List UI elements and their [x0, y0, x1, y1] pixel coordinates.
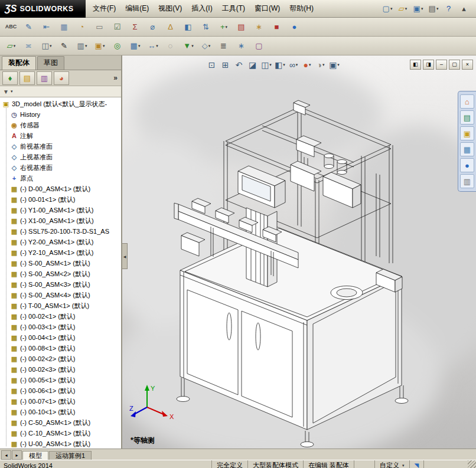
assembly-features-icon[interactable]: ▼ ▾ — [180, 38, 197, 54]
new-document-icon[interactable]: ▢ ▾ — [380, 1, 395, 17]
mass-properties-icon[interactable]: Δ — [162, 19, 179, 35]
tree-item[interactable]: ◇ 前视基准面 — [0, 141, 121, 152]
minimize-window-button[interactable]: – — [436, 60, 447, 70]
design-library-icon[interactable]: ▤ — [460, 110, 474, 125]
status-solidworks-icon[interactable]: ◥ — [409, 460, 424, 468]
tree-item[interactable]: ▦ (-) Y1-00_ASM<1> (默认) — [0, 205, 121, 215]
tab-model[interactable]: 模型 — [22, 451, 48, 460]
tab-sketch[interactable]: 草图 — [37, 56, 64, 70]
help-icon[interactable]: ? — [442, 1, 456, 17]
print-icon[interactable]: ▤ ▾ — [426, 1, 441, 17]
menu-item[interactable]: 帮助(H) — [285, 2, 318, 15]
tree-item[interactable]: ▦ (-) D-00_ASM<1> (默认) — [0, 184, 121, 194]
measure-icon[interactable]: ⌀ — [145, 19, 161, 35]
explode-lines-icon[interactable]: ∗ — [251, 19, 268, 35]
design-table-icon[interactable]: ▤ — [233, 19, 250, 35]
zoom-area-icon[interactable]: ⊞ — [220, 59, 232, 71]
show-hidden-icon[interactable]: ◌ — [162, 38, 179, 54]
snapshot-icon[interactable]: ▢ — [251, 38, 268, 54]
earth-icon[interactable]: ● — [286, 19, 303, 35]
hide-show-items-icon[interactable]: ∞ ▾ — [288, 59, 299, 71]
pane-left-button[interactable]: ◧ — [410, 60, 421, 70]
panel-overflow-chevron[interactable]: » — [113, 74, 119, 82]
display-style-icon[interactable]: ◧ ▾ — [274, 59, 286, 71]
verify-icon[interactable]: ☑ — [109, 19, 126, 35]
spell-check-icon[interactable]: ABC — [3, 19, 19, 35]
menu-item[interactable]: 窗口(W) — [250, 2, 285, 15]
section-view-icon[interactable]: ◪ — [247, 59, 259, 71]
tree-item[interactable]: ▦ (-) Y2-10_ASM<1> (默认) — [0, 247, 121, 258]
panel-collapse-handle[interactable]: ◀ — [122, 243, 128, 269]
tree-item[interactable]: ▦ (-) 00-02<3> (默认) — [0, 364, 121, 375]
view-orientation-icon[interactable]: ◫ ▾ — [260, 59, 272, 71]
displaymanager-tab[interactable]: ◕ — [54, 71, 69, 85]
edit-appearance-icon[interactable]: ● ▾ — [301, 59, 313, 71]
columns-icon[interactable]: ▥ ▾ — [74, 38, 90, 54]
grid-system-icon[interactable]: ▦ — [56, 19, 73, 35]
scroll-tabs-left-button[interactable]: ◂ — [1, 450, 11, 460]
tab-assembly[interactable]: 装配体 — [2, 56, 36, 70]
zoom-fit-icon[interactable]: ⊡ — [206, 59, 218, 71]
exploded-view-icon[interactable]: ∗ — [233, 38, 250, 54]
tree-item[interactable]: ▦ (-) S-00_ASM<3> (默认) — [0, 279, 121, 290]
tree-item[interactable]: ◉ 传感器 — [0, 120, 121, 130]
sketch-tools-icon[interactable]: + ▾ — [216, 19, 232, 35]
menu-item[interactable]: 编辑(E) — [120, 2, 154, 15]
tree-item[interactable]: ▦ (-) 00-01<1> (默认) — [0, 194, 121, 205]
status-custom-toolbar[interactable]: 自定义 ▾ — [374, 460, 409, 468]
restore-window-button[interactable]: ▢ — [449, 60, 460, 70]
custom-properties-icon[interactable]: ▥ — [460, 174, 474, 188]
featuremanager-tree-tab[interactable]: ♦ — [2, 71, 18, 85]
filter-dropdown-icon[interactable]: ▾ — [11, 89, 13, 94]
format-painter-icon[interactable]: ✎ — [21, 19, 37, 35]
bill-of-materials-icon[interactable]: ≣ — [216, 38, 232, 54]
sketch-icon[interactable]: ▱ ▾ — [3, 38, 19, 54]
save-icon[interactable]: ▣ ▾ — [411, 1, 425, 17]
smart-dimension-icon[interactable]: ≍ — [21, 38, 37, 54]
task-home-icon[interactable]: ⌂ — [460, 94, 474, 109]
menu-item[interactable]: 视图(V) — [154, 2, 187, 15]
previous-view-icon[interactable]: ↶ — [233, 59, 245, 71]
pane-layout-icon[interactable]: ◫ ▾ — [38, 38, 55, 54]
tree-item[interactable]: ▦ (-) C-50_ASM<1> (默认) — [0, 417, 121, 428]
apply-scene-icon[interactable]: ◑ ▾ — [315, 59, 327, 71]
linear-pattern-icon[interactable]: ▦ ▾ — [127, 38, 144, 54]
select-icon[interactable]: ▭ — [92, 19, 108, 35]
propertymanager-tab[interactable]: ▤ — [19, 71, 35, 85]
tree-item[interactable]: ▦ (-) U-00_ASM<1> (默认) — [0, 438, 121, 449]
mate-icon[interactable]: ◎ — [109, 38, 126, 54]
filter-funnel-icon[interactable]: ▼ — [3, 89, 9, 95]
open-document-icon[interactable]: ▱ ▾ — [396, 1, 410, 17]
interference-detection-icon[interactable]: ■ — [269, 19, 285, 35]
tree-item[interactable]: ▦ (-) 00-06<1> (默认) — [0, 385, 121, 396]
file-explorer-icon[interactable]: ▣ — [460, 126, 474, 140]
collapse-menu-icon[interactable]: ▴ — [457, 1, 471, 17]
tree-item[interactable]: ▦ (-) S-00_ASM<1> (默认) — [0, 258, 121, 269]
tree-item[interactable]: ▦ (-) 00-03<1> (默认) — [0, 322, 121, 332]
tree-item[interactable]: ▦ (-) 00-10<1> (默认) — [0, 407, 121, 417]
scroll-tabs-right-button[interactable]: ▸ — [12, 450, 22, 460]
tree-item[interactable]: ▦ (-) 00-02<1> (默认) — [0, 311, 121, 322]
reference-geometry-icon[interactable]: ◇ ▾ — [198, 38, 214, 54]
tree-item[interactable]: ▦ (-) X1-00_ASM<1> (默认) — [0, 215, 121, 226]
graphics-area[interactable]: ⊡ ⊞ ↶ ◪ — [122, 55, 476, 449]
tree-item[interactable]: ◷ History — [0, 109, 121, 120]
tree-item[interactable]: A 注解 — [0, 130, 121, 141]
menu-item[interactable]: 文件(F) — [88, 2, 120, 15]
resize-grip[interactable] — [468, 460, 476, 468]
tree-item[interactable]: + 原点 — [0, 173, 121, 184]
equations-icon[interactable]: Σ — [127, 19, 144, 35]
tree-item[interactable]: ▦ (-) SSL75-20-100-T3-D-S1_AS — [0, 226, 121, 237]
configurationmanager-tab[interactable]: ▥ — [37, 71, 52, 85]
tree-item[interactable]: ▦ (-) Y2-00_ASM<1> (默认) — [0, 237, 121, 247]
menu-item[interactable]: 插入(I) — [187, 2, 217, 15]
section-properties-icon[interactable]: ◧ — [180, 19, 197, 35]
tree-item[interactable]: ▦ (-) 00-08<1> (默认) — [0, 343, 121, 354]
view-palette-icon[interactable]: ▦ — [460, 142, 474, 156]
tree-item[interactable]: ▦ (-) 00-04<1> (默认) — [0, 332, 121, 343]
tree-item[interactable]: ▦ (-) 00-02<2> (默认) — [0, 354, 121, 364]
tree-item[interactable]: ▦ (-) C-10_ASM<1> (默认) — [0, 428, 121, 438]
view-settings-icon[interactable]: ▣ ▾ — [328, 59, 340, 71]
tree-item[interactable]: ▦ (-) T-00_ASM<1> (默认) — [0, 300, 121, 311]
dimxpert-icon[interactable]: ⇤ — [38, 19, 55, 35]
